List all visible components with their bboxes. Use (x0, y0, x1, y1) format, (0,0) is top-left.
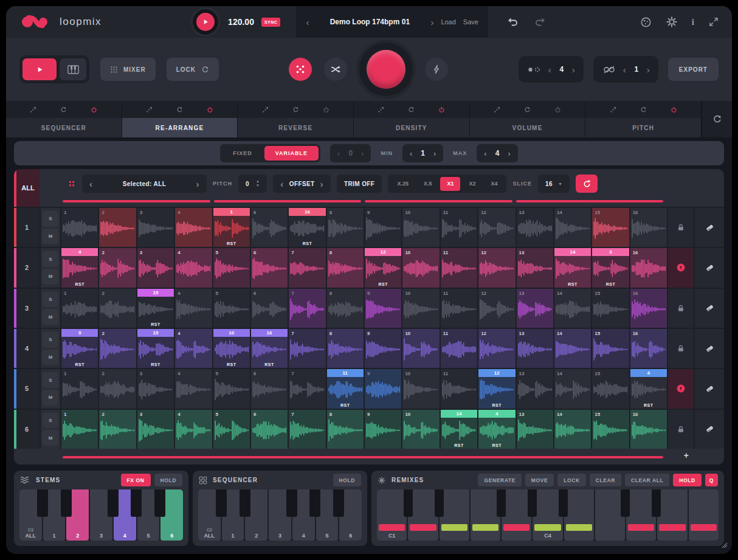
remix-black-key[interactable] (621, 489, 630, 517)
solo-button[interactable]: S (43, 251, 58, 267)
slice-5-4[interactable]: 4 (175, 369, 212, 408)
trim-toggle[interactable]: TRIM OFF (337, 175, 382, 193)
slice-1-8[interactable]: 8 (327, 208, 364, 247)
slice-2-12[interactable]: 12 (478, 248, 515, 287)
tab-density[interactable]: DENSITY (354, 118, 470, 137)
slice-6-14[interactable]: 14 (554, 410, 591, 449)
sequencer-black-key[interactable] (286, 489, 297, 517)
slice-2-9[interactable]: 12RST (365, 248, 401, 287)
row-erase-button[interactable] (695, 248, 724, 287)
undo-button[interactable] (508, 17, 519, 27)
slice-2-16[interactable]: 16 (630, 248, 667, 287)
remix-quantize-button[interactable]: Q (705, 474, 718, 486)
mute-button[interactable]: M (43, 350, 58, 365)
solo-button[interactable]: S (43, 332, 58, 348)
slice-5-11[interactable]: 11 (441, 369, 477, 408)
slice-1-15[interactable]: 15 (592, 208, 629, 247)
solo-button[interactable]: S (43, 211, 58, 227)
remix-hold-button[interactable]: HOLD (673, 474, 701, 486)
max-next-icon[interactable]: › (508, 150, 510, 157)
slice-4-5[interactable]: 10RST (213, 329, 250, 368)
preset-prev-icon[interactable]: ‹ (306, 18, 309, 27)
slice-1-16[interactable]: 16 (630, 208, 667, 247)
loop-range-bar[interactable] (63, 200, 663, 202)
solo-button[interactable]: S (43, 292, 58, 308)
row-erase-button[interactable] (695, 369, 724, 408)
tab-sequencer[interactable]: SEQUENCER (6, 118, 122, 137)
save-button[interactable]: Save (463, 18, 478, 26)
multiplier-x2[interactable]: X2 (462, 177, 482, 191)
remix-black-key[interactable] (435, 489, 444, 517)
lock-button[interactable]: LOCK (167, 58, 219, 81)
global-refresh-button[interactable] (702, 101, 732, 137)
selected-prev-icon[interactable]: ‹ (89, 179, 92, 188)
slice-3-15[interactable]: 15 (592, 289, 629, 328)
loop-view-button[interactable] (22, 58, 57, 80)
multiplier-x4[interactable]: X4 (484, 177, 504, 191)
fixed-option[interactable]: FIXED (222, 146, 263, 161)
slice-5-15[interactable]: 15 (592, 369, 629, 408)
row-lock-button[interactable] (668, 410, 694, 449)
slice-3-4[interactable]: 4 (175, 289, 212, 328)
remix-black-key[interactable] (404, 489, 413, 517)
slice-3-7[interactable]: 7 (289, 289, 325, 328)
sequencer-black-key[interactable] (240, 489, 250, 517)
slice-4-16[interactable]: 16 (630, 329, 667, 368)
lane-random-icon[interactable] (494, 106, 500, 113)
stems-black-key[interactable] (154, 489, 165, 517)
max-stepper[interactable]: ‹ 4 › (477, 144, 517, 162)
slice-3-6[interactable]: 6 (251, 289, 288, 328)
count-stepper[interactable]: ‹ 0 › (330, 144, 371, 162)
row-select-1[interactable]: 1 (14, 208, 40, 247)
solo-button[interactable]: S (43, 372, 58, 388)
fx-on-button[interactable]: FX ON (121, 474, 151, 486)
count-next-icon[interactable]: › (361, 150, 364, 157)
slice-3-10[interactable]: 10 (402, 289, 439, 328)
redo-button[interactable] (534, 17, 545, 27)
stems-black-key[interactable] (37, 489, 48, 517)
slice-5-10[interactable]: 10 (402, 369, 439, 408)
pattern-next-icon[interactable]: › (572, 65, 575, 74)
slice-3-16[interactable]: 16 (630, 289, 667, 328)
row-erase-button[interactable] (695, 329, 724, 368)
remix-lock-button[interactable]: LOCK (557, 474, 585, 486)
add-row-button[interactable]: + (684, 451, 689, 460)
remix-move-button[interactable]: MOVE (525, 474, 554, 486)
multiplier-x.25[interactable]: X.25 (390, 177, 415, 191)
slice-5-9[interactable]: 9 (365, 369, 401, 408)
mute-button[interactable]: M (43, 390, 58, 406)
slice-2-4[interactable]: 4 (175, 248, 212, 287)
gear-icon[interactable] (666, 16, 677, 27)
slice-6-4[interactable]: 4 (175, 410, 212, 449)
slice-2-2[interactable]: 2 (99, 248, 136, 287)
slice-3-12[interactable]: 12 (478, 289, 515, 328)
mute-button[interactable]: M (43, 229, 58, 244)
lane-power-icon[interactable] (323, 106, 329, 113)
slice-6-3[interactable]: 3 (137, 410, 174, 449)
dice-button[interactable] (289, 58, 312, 81)
sequencer-black-key[interactable] (309, 489, 320, 517)
lane-random-icon[interactable] (610, 106, 616, 113)
preset-next-icon[interactable]: › (430, 18, 433, 27)
slice-5-6[interactable]: 6 (251, 369, 288, 408)
remix-key-n10[interactable] (657, 489, 687, 541)
row-select-5[interactable]: 5 (14, 369, 40, 408)
slice-2-15[interactable]: 3RST (592, 248, 629, 287)
shuffle-button[interactable] (324, 58, 347, 81)
slice-4-14[interactable]: 14 (554, 329, 591, 368)
slice-3-5[interactable]: 5 (213, 289, 250, 328)
remix-key-n4[interactable] (471, 489, 500, 541)
slice-6-8[interactable]: 8 (327, 410, 364, 449)
stems-black-key[interactable] (61, 489, 72, 517)
slice-5-1[interactable]: 1 (61, 369, 98, 408)
slice-1-13[interactable]: 13 (517, 208, 553, 247)
slice-2-5[interactable]: 5 (213, 248, 250, 287)
lane-refresh-icon[interactable] (60, 106, 67, 113)
slice-4-11[interactable]: 11 (441, 329, 477, 368)
selected-next-icon[interactable]: › (196, 179, 199, 188)
remix-clear-all-button[interactable]: CLEAR ALL (625, 474, 669, 486)
slice-5-14[interactable]: 14 (554, 369, 591, 408)
lane-power-icon[interactable] (438, 106, 445, 113)
offset-next-icon[interactable]: › (320, 179, 323, 188)
resize-icon[interactable] (709, 17, 719, 27)
